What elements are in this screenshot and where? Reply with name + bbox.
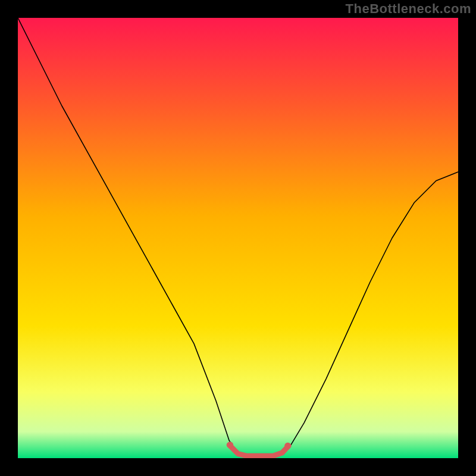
watermark-text: TheBottleneck.com [346,1,471,17]
bottleneck-chart [18,18,458,458]
chart-container: TheBottleneck.com [0,0,476,476]
optimal-range-marker [284,443,291,449]
optimal-range-marker [227,441,233,448]
